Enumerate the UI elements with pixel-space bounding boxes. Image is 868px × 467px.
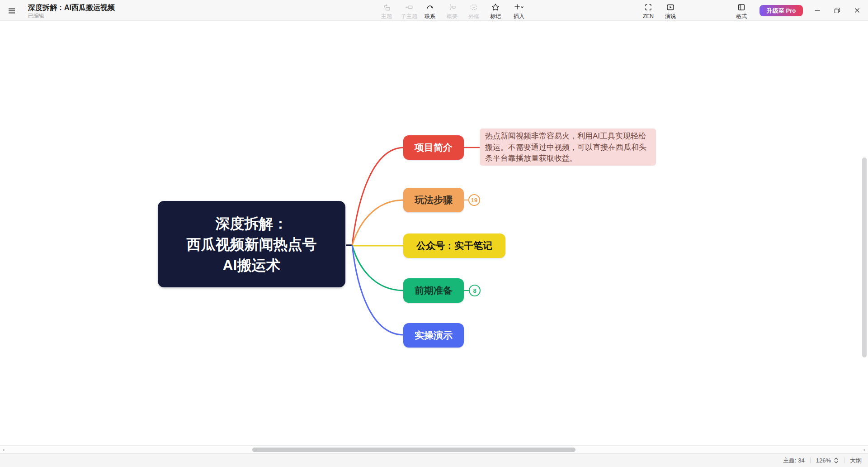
relationship-icon xyxy=(426,3,434,11)
zoom-stepper[interactable] xyxy=(834,457,839,464)
divider xyxy=(844,457,844,463)
zoom-stepper-icon xyxy=(834,457,839,464)
toolbar-label: 外框 xyxy=(468,14,479,19)
minimize-button[interactable] xyxy=(811,4,824,17)
star-marker-icon xyxy=(491,3,500,11)
collapsed-count-badge[interactable]: 19 xyxy=(468,194,480,206)
toolbar-label: 概要 xyxy=(447,14,458,19)
branch-curve-demo xyxy=(352,245,403,335)
close-icon xyxy=(853,6,861,14)
branch-curve-project-intro xyxy=(352,148,403,245)
status-bar: 主题: 34 126% 大纲 xyxy=(0,453,868,467)
toolbar-label: 标记 xyxy=(490,14,501,19)
hamburger-icon xyxy=(7,6,16,15)
app-window: 深度拆解：AI西瓜搬运视频 已编辑 主题 子主题 联系 xyxy=(0,0,868,467)
insert-plus-icon xyxy=(514,3,524,11)
toolbar-label: 插入 xyxy=(514,14,524,19)
toolbar-label: 主题 xyxy=(381,14,392,19)
toolbar-label: 子主题 xyxy=(401,14,417,19)
summary-icon xyxy=(448,3,456,11)
central-topic-line: AI搬运术 xyxy=(223,255,281,276)
scroll-right-arrow[interactable]: › xyxy=(863,446,865,453)
toolbar-button-format[interactable]: 格式 xyxy=(731,2,752,20)
collapsed-count-badge[interactable]: 8 xyxy=(469,285,481,296)
zoom-level: 126% xyxy=(816,457,831,464)
horizontal-scrollbar-thumb[interactable] xyxy=(252,448,576,452)
presentation-play-icon xyxy=(666,3,675,11)
toolbar-label: 联系 xyxy=(425,14,435,19)
toolbar-button-topic[interactable]: 主题 xyxy=(376,2,397,20)
zen-mode-icon xyxy=(644,3,652,11)
mindmap-canvas[interactable]: 深度拆解： 西瓜视频新闻热点号 AI搬运术 项目简介 玩法步骤 19 公众号：实… xyxy=(0,21,868,453)
title-bar: 深度拆解：AI西瓜搬运视频 已编辑 主题 子主题 联系 xyxy=(0,0,868,21)
horizontal-scrollbar[interactable]: ‹ › xyxy=(0,445,868,453)
vertical-scrollbar-thumb[interactable] xyxy=(862,157,867,357)
toolbar-button-relationship[interactable]: 联系 xyxy=(420,2,440,20)
central-topic-node[interactable]: 深度拆解： 西瓜视频新闻热点号 AI搬运术 xyxy=(158,201,345,287)
toolbar-label: 格式 xyxy=(736,14,747,19)
close-button[interactable] xyxy=(850,4,864,17)
toolbar-button-marker[interactable]: 标记 xyxy=(485,2,506,20)
outline-toggle[interactable]: 大纲 xyxy=(850,457,862,465)
topic-node-wechat-account[interactable]: 公众号：实干笔记 xyxy=(403,234,505,258)
topic-icon xyxy=(382,3,391,11)
edit-status: 已编辑 xyxy=(28,12,44,20)
topic-node-project-intro[interactable]: 项目简介 xyxy=(403,135,464,160)
toolbar-button-boundary[interactable]: 外框 xyxy=(463,2,484,20)
subtopic-icon xyxy=(405,3,413,11)
restore-icon xyxy=(833,6,841,14)
boundary-icon xyxy=(470,3,478,11)
topic-note[interactable]: 热点新闻视频非常容易火，利用AI工具实现轻松搬运。不需要通过中视频，可以直接在西… xyxy=(480,129,656,166)
central-topic-line: 深度拆解： xyxy=(216,213,288,234)
topic-node-play-steps[interactable]: 玩法步骤 xyxy=(403,188,464,212)
toolbar-button-summary[interactable]: 概要 xyxy=(442,2,462,20)
toolbar-label: 演说 xyxy=(665,14,676,19)
divider xyxy=(810,457,811,463)
branch-curve-preparation xyxy=(352,245,403,291)
document-title: 深度拆解：AI西瓜搬运视频 xyxy=(28,3,115,13)
toolbar-label: ZEN xyxy=(643,14,654,19)
branch-curve-play-steps xyxy=(352,200,403,245)
hamburger-menu-button[interactable] xyxy=(6,5,17,16)
toolbar-button-insert[interactable]: 插入 xyxy=(507,2,531,20)
topic-count: 主题: 34 xyxy=(783,457,805,465)
toolbar-button-zen[interactable]: ZEN xyxy=(638,2,659,20)
toolbar-button-present[interactable]: 演说 xyxy=(660,2,681,20)
upgrade-pro-button[interactable]: 升级至 Pro xyxy=(760,5,803,16)
central-topic-line: 西瓜视频新闻热点号 xyxy=(187,234,317,255)
topic-node-preparation[interactable]: 前期准备 xyxy=(403,278,464,303)
format-panel-icon xyxy=(737,3,745,11)
toolbar-button-subtopic[interactable]: 子主题 xyxy=(399,2,420,20)
maximize-restore-button[interactable] xyxy=(830,4,844,17)
scroll-left-arrow[interactable]: ‹ xyxy=(3,446,5,453)
minimize-icon xyxy=(813,6,821,14)
topic-node-demo[interactable]: 实操演示 xyxy=(403,323,464,348)
